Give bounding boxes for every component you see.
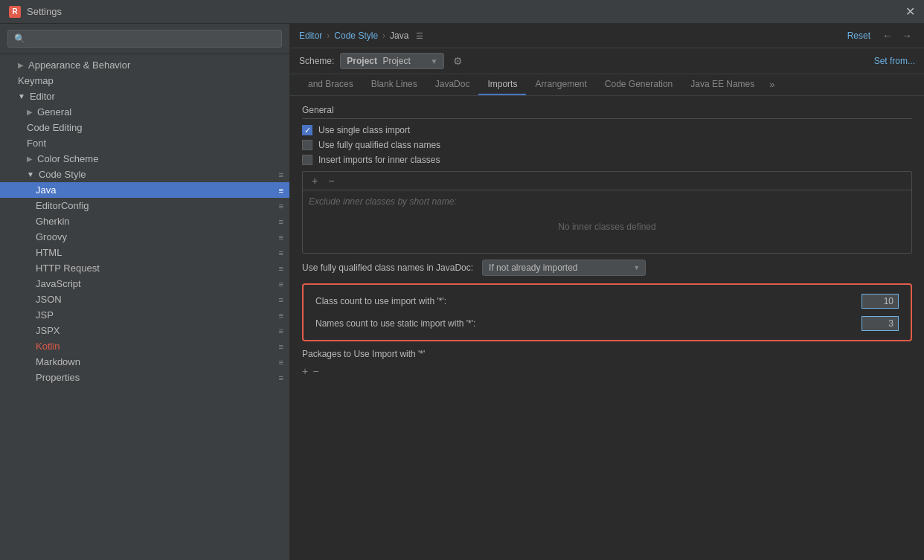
sidebar-item-label: Editor	[30, 91, 55, 102]
names-count-row: Names count to use static import with '*…	[315, 316, 899, 331]
config-icon: ≡	[279, 342, 283, 351]
javadoc-dropdown-row: Use fully qualified class names in JavaD…	[302, 260, 912, 276]
sidebar-item-label: Properties	[36, 372, 80, 383]
config-icon: ≡	[279, 295, 283, 304]
expand-arrow: ▼	[18, 92, 25, 100]
sidebar-item-color-scheme[interactable]: ▶ Color Scheme	[0, 151, 289, 167]
scheme-toolbar: Scheme: Project Project ▼ ⚙ Set from...	[290, 48, 924, 74]
breadcrumb-editor[interactable]: Editor	[299, 30, 322, 41]
tab-javadoc[interactable]: JavaDoc	[426, 74, 479, 95]
sidebar-item-kotlin[interactable]: Kotlin ≡	[0, 338, 289, 354]
reset-button[interactable]: Reset	[841, 29, 876, 42]
class-count-row: Class count to use import with '*':	[315, 294, 899, 309]
sidebar-item-label: Markdown	[36, 356, 80, 367]
sidebar-item-http-request[interactable]: HTTP Request ≡	[0, 260, 289, 276]
sidebar: ▶ Appearance & Behavior Keymap ▼ Editor …	[0, 24, 290, 560]
sidebar-item-markdown[interactable]: Markdown ≡	[0, 354, 289, 370]
sidebar-item-label: Gherkin	[36, 216, 70, 227]
content-area: General ✓ Use single class import Use fu…	[290, 96, 924, 560]
sidebar-item-json[interactable]: JSON ≡	[0, 292, 289, 307]
config-icon: ≡	[279, 311, 283, 320]
sidebar-item-groovy[interactable]: Groovy ≡	[0, 229, 289, 245]
sidebar-item-jsp[interactable]: JSP ≡	[0, 307, 289, 323]
sidebar-item-label: Font	[27, 138, 46, 149]
remove-package-button[interactable]: −	[312, 365, 318, 377]
config-icon: ≡	[279, 233, 283, 242]
remove-exclude-button[interactable]: −	[325, 175, 337, 187]
scheme-dropdown[interactable]: Project Project ▼	[340, 53, 444, 69]
scheme-text: Project	[380, 56, 411, 66]
add-package-button[interactable]: +	[302, 365, 308, 377]
sidebar-item-general[interactable]: ▶ General	[0, 104, 289, 120]
sidebar-item-html[interactable]: HTML ≡	[0, 245, 289, 260]
app-icon: R	[9, 6, 21, 18]
exclude-input-area: Exclude inner classes by short name: No …	[303, 190, 911, 253]
add-exclude-button[interactable]: +	[309, 175, 321, 187]
config-icon: ≡	[279, 326, 283, 335]
dropdown-arrow-icon: ▼	[430, 57, 437, 65]
checkbox-inner-classes-label: Insert imports for inner classes	[318, 155, 440, 165]
back-button[interactable]: ←	[879, 28, 896, 43]
sidebar-item-code-editing[interactable]: Code Editing	[0, 120, 289, 135]
checkbox-inner-classes-input[interactable]	[302, 155, 312, 165]
forward-button[interactable]: →	[899, 28, 915, 43]
sidebar-item-label: Java	[36, 184, 56, 196]
tab-arrangement[interactable]: Arrangement	[526, 74, 595, 95]
search-input[interactable]	[7, 30, 282, 48]
sidebar-item-gherkin[interactable]: Gherkin ≡	[0, 213, 289, 229]
sidebar-item-label: Groovy	[36, 231, 67, 242]
sidebar-item-label: JSON	[36, 294, 62, 305]
sidebar-item-jspx[interactable]: JSPX ≡	[0, 323, 289, 338]
sidebar-item-label: Color Scheme	[37, 153, 98, 164]
sidebar-item-label: General	[37, 106, 71, 118]
breadcrumb: Editor › Code Style › Java ☰	[299, 30, 423, 41]
highlighted-fields-box: Class count to use import with '*': Name…	[302, 283, 912, 341]
sidebar-item-appearance[interactable]: ▶ Appearance & Behavior	[0, 57, 289, 73]
expand-arrow: ▶	[27, 155, 33, 163]
tab-imports[interactable]: Imports	[478, 74, 526, 95]
expand-arrow: ▶	[27, 108, 33, 116]
config-icon: ≡	[279, 358, 283, 367]
close-button[interactable]: ✕	[905, 4, 915, 19]
settings-window: R Settings ✕ ▶ Appearance & Behavior Key…	[0, 0, 924, 560]
config-icon: ≡	[279, 248, 283, 257]
sidebar-item-java[interactable]: Java ≡	[0, 182, 289, 198]
javadoc-dropdown-wrapper: If not already imported Always Never	[482, 260, 646, 276]
checkbox-qualified-names-input[interactable]	[302, 140, 312, 150]
sidebar-item-code-style[interactable]: ▼ Code Style ≡	[0, 167, 289, 182]
tab-java-ee-names[interactable]: Java EE Names	[681, 74, 763, 95]
sidebar-item-font[interactable]: Font	[0, 135, 289, 151]
names-count-input[interactable]	[862, 316, 899, 331]
config-icon: ≡	[279, 217, 283, 226]
tab-blank-lines[interactable]: Blank Lines	[362, 74, 426, 95]
class-count-input[interactable]	[862, 294, 899, 309]
sidebar-item-label: Kotlin	[36, 341, 60, 352]
file-icon: ☰	[416, 31, 423, 41]
sidebar-item-label: Code Editing	[27, 122, 82, 133]
breadcrumb-code-style[interactable]: Code Style	[334, 30, 378, 41]
sidebar-item-keymap[interactable]: Keymap	[0, 73, 289, 88]
gear-icon[interactable]: ⚙	[453, 55, 463, 67]
scheme-label: Scheme:	[299, 56, 334, 66]
checkmark-icon: ✓	[304, 126, 311, 135]
checkbox-qualified-names-label: Use fully qualified class names	[318, 140, 440, 150]
exclude-box: + − Exclude inner classes by short name:…	[302, 171, 912, 254]
scheme-bold: Project	[347, 56, 377, 66]
config-icon: ≡	[279, 280, 283, 289]
checkbox-single-class-input[interactable]: ✓	[302, 125, 312, 135]
checkbox-single-class: ✓ Use single class import	[302, 125, 912, 135]
checkbox-single-class-label: Use single class import	[318, 125, 410, 135]
more-tabs-button[interactable]: »	[763, 74, 780, 95]
expand-arrow: ▼	[27, 170, 34, 178]
sidebar-item-editor[interactable]: ▼ Editor	[0, 88, 289, 104]
sidebar-item-properties[interactable]: Properties ≡	[0, 370, 289, 385]
tab-code-generation[interactable]: Code Generation	[596, 74, 681, 95]
sidebar-item-javascript[interactable]: JavaScript ≡	[0, 276, 289, 292]
packages-toolbar: + −	[302, 362, 912, 380]
tab-braces[interactable]: and Braces	[299, 74, 362, 95]
sidebar-item-editorconfig[interactable]: EditorConfig ≡	[0, 198, 289, 213]
javadoc-dropdown[interactable]: If not already imported Always Never	[482, 260, 646, 276]
set-from-button[interactable]: Set from...	[874, 56, 915, 66]
javadoc-label: Use fully qualified class names in JavaD…	[302, 263, 473, 273]
config-icon: ≡	[279, 202, 283, 210]
